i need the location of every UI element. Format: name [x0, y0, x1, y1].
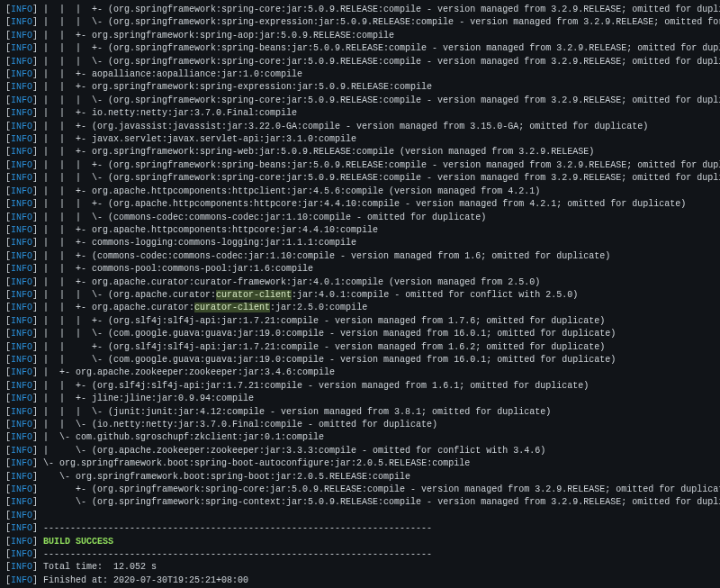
log-level: INFO [11, 134, 32, 144]
log-level: INFO [11, 575, 32, 585]
log-level: INFO [11, 57, 32, 67]
search-highlight: curator-client [216, 290, 292, 300]
dependency-text: (org.springframework:spring-expression:j… [108, 17, 720, 27]
log-line: [INFO] | \- com.github.sgroschupf:zkclie… [5, 431, 715, 444]
log-level: INFO [11, 69, 32, 79]
tree-branch: \- [43, 472, 76, 482]
log-line: [INFO] \- org.springframework.boot:sprin… [5, 457, 715, 470]
dependency-text: (org.apache.zookeeper:zookeeper:jar:3.3.… [92, 446, 545, 456]
dependency-text: org.apache.curator: [92, 303, 194, 312]
dependency-text: (org.springframework:spring-core:jar:5.0… [108, 95, 720, 105]
build-success: BUILD SUCCESS [43, 537, 113, 547]
tree-branch: | | | +- [43, 160, 108, 170]
dependency-text: org.springframework:spring-expression:ja… [92, 82, 432, 92]
log-line: [INFO] | | | \- (com.google.guava:guava:… [5, 328, 715, 340]
log-level: INFO [11, 446, 32, 456]
log-line: [INFO] Finished at: 2020-07-30T19:25:21+… [5, 574, 715, 587]
tree-branch: | | | +- [43, 316, 108, 326]
log-line: [INFO] ---------------------------------… [5, 522, 715, 535]
tree-branch: | | +- [43, 225, 92, 235]
log-line: [INFO] | | | +- (org.springframework:spr… [5, 42, 715, 55]
dependency-text: org.springframework:spring-aop:jar:5.0.9… [92, 31, 394, 41]
tree-branch: | +- [43, 367, 76, 377]
dependency-text: aopalliance:aopalliance:jar:1.0:compile [92, 69, 302, 79]
dependency-text: (org.springframework:spring-beans:jar:5.… [108, 43, 720, 53]
dependency-text: (org.slf4j:slf4j-api:jar:1.7.21:compile … [108, 316, 605, 326]
dependency-text: org.springframework.boot:spring-boot:jar… [76, 472, 410, 482]
tree-branch: | | +- [43, 186, 92, 196]
tree-branch: | | +- [43, 122, 92, 131]
dependency-text: (com.google.guava:guava:jar:19.0:compile… [108, 355, 616, 365]
log-line: [INFO] | | +- org.apache.curator:curator… [5, 276, 715, 289]
tree-branch: | | +- [43, 264, 92, 274]
log-line: [INFO] | | | +- (org.springframework:spr… [5, 4, 715, 16]
dependency-text: com.github.sgroschupf:zkclient:jar:0.1:c… [76, 432, 324, 442]
log-line: [INFO] | | +- (org.slf4j:slf4j-api:jar:1… [5, 341, 715, 354]
tree-branch: | | | \- [43, 329, 108, 339]
log-line: [INFO] | | | +- (org.slf4j:slf4j-api:jar… [5, 315, 715, 328]
tree-branch: \- [43, 458, 59, 468]
log-level: INFO [11, 5, 32, 14]
dependency-text: (commons-codec:commons-codec:jar:1.10:co… [92, 251, 610, 261]
log-line: [INFO] [5, 510, 715, 522]
tree-branch: | | | \- [43, 95, 108, 105]
tree-branch: | | +- [43, 381, 92, 391]
log-level: INFO [11, 290, 32, 300]
divider: ----------------------------------------… [43, 549, 432, 559]
log-level: INFO [11, 497, 32, 507]
tree-branch: | | +- [43, 238, 92, 248]
dependency-text: (org.apache.httpcomponents:httpcore:jar:… [108, 199, 686, 209]
tree-branch: +- [43, 484, 92, 494]
tree-branch: | | +- [43, 394, 92, 403]
log-level: INFO [11, 173, 32, 183]
tree-branch: | \- [43, 432, 76, 442]
log-level: INFO [11, 355, 32, 365]
maven-console-output: [INFO] | | | +- (org.springframework:spr… [0, 0, 720, 588]
log-line: [INFO] | | +- org.springframework:spring… [5, 30, 715, 42]
log-line: [INFO] \- org.springframework.boot:sprin… [5, 471, 715, 484]
dependency-text: (com.google.guava:guava:jar:19.0:compile… [108, 329, 616, 339]
log-line: [INFO] | | +- commons-pool:commons-pool:… [5, 263, 715, 276]
dependency-text: javax.servlet:javax.servlet-api:jar:3.1.… [92, 134, 356, 144]
log-line: [INFO] | | | \- (commons-codec:commons-c… [5, 212, 715, 224]
log-line: [INFO] | | +- (org.slf4j:slf4j-api:jar:1… [5, 380, 715, 393]
tree-branch: | | | \- [43, 173, 108, 183]
log-level: INFO [11, 251, 32, 261]
log-line: [INFO] | | +- aopalliance:aopalliance:ja… [5, 68, 715, 81]
dependency-text: org.apache.zookeeper:zookeeper:jar:3.4.6… [76, 367, 335, 377]
log-level: INFO [11, 303, 32, 312]
log-level: INFO [11, 432, 32, 442]
dependency-text: (org.springframework:spring-core:jar:5.0… [108, 57, 720, 67]
log-level: INFO [11, 329, 32, 339]
divider: ----------------------------------------… [43, 523, 432, 533]
log-line: [INFO] | | +- org.apache.httpcomponents:… [5, 185, 715, 198]
tree-branch: | | \- [43, 355, 108, 365]
log-line: [INFO] | | +- org.apache.httpcomponents:… [5, 224, 715, 237]
log-level: INFO [11, 43, 32, 53]
tree-branch: | | +- [43, 31, 92, 41]
log-line: [INFO] | | +- (org.javassist:javassist:j… [5, 121, 715, 133]
search-highlight: curator-client [194, 303, 270, 312]
log-line: [INFO] | | +- commons-logging:commons-lo… [5, 237, 715, 249]
log-level: INFO [11, 407, 32, 417]
dependency-text: (org.springframework:spring-core:jar:5.0… [108, 173, 720, 183]
log-line: [INFO] | | | \- (org.springframework:spr… [5, 56, 715, 68]
log-level: INFO [11, 484, 32, 494]
log-level: INFO [11, 264, 32, 274]
tree-branch: | | +- [43, 69, 92, 79]
dependency-text: jline:jline:jar:0.9.94:compile [92, 394, 254, 403]
tree-branch: | | | +- [43, 5, 108, 14]
finished-at: Finished at: 2020-07-30T19:25:21+08:00 [43, 575, 248, 585]
log-level: INFO [11, 108, 32, 118]
dependency-text: org.springframework:spring-web:jar:5.0.9… [92, 147, 594, 157]
log-level: INFO [11, 147, 32, 157]
log-level: INFO [11, 199, 32, 209]
tree-branch: | | +- [43, 342, 108, 352]
dependency-text: (junit:junit:jar:4.12:compile - version … [108, 407, 551, 417]
log-line: [INFO] | +- org.apache.zookeeper:zookeep… [5, 366, 715, 379]
log-level: INFO [11, 381, 32, 391]
tree-branch: | | +- [43, 303, 92, 312]
dependency-text: (commons-codec:commons-codec:jar:1.10:co… [108, 213, 486, 222]
tree-branch: | \- [43, 446, 92, 456]
tree-branch: | | | \- [43, 17, 108, 27]
